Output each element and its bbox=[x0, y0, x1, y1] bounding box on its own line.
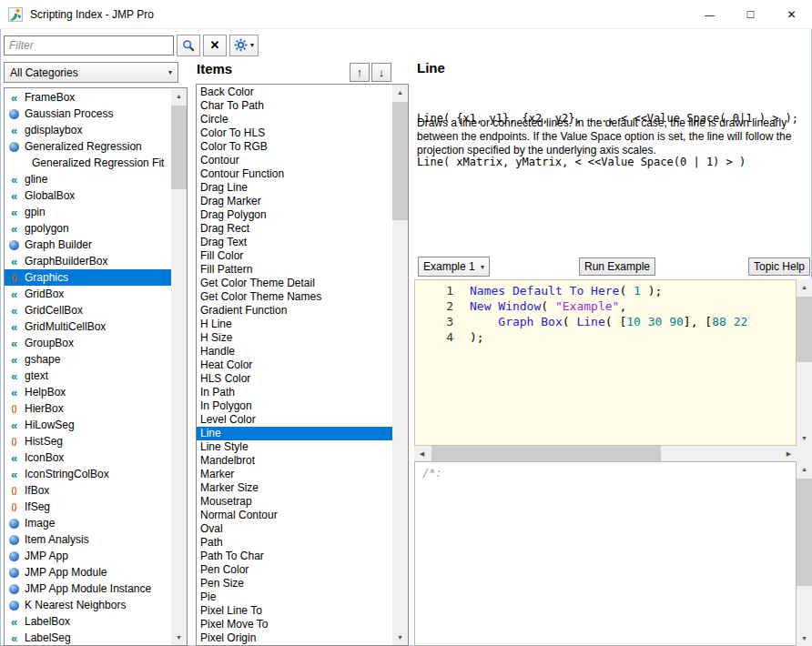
item-row[interactable]: Drag Text bbox=[197, 236, 392, 249]
category-item[interactable]: JMP App Module Instance bbox=[5, 580, 171, 597]
item-row[interactable]: Pixel Origin bbox=[197, 631, 392, 645]
item-row[interactable]: Normal Contour bbox=[197, 509, 392, 522]
categories-scrollbar[interactable]: ▲ ▼ bbox=[171, 88, 187, 645]
category-item[interactable]: «gdisplaybox bbox=[5, 122, 171, 138]
scroll-up-icon[interactable]: ▲ bbox=[797, 461, 812, 477]
category-item[interactable]: «FrameBox bbox=[5, 89, 171, 106]
category-item[interactable]: «GroupBox bbox=[5, 335, 171, 351]
run-example-button[interactable]: Run Example bbox=[579, 257, 655, 276]
item-row[interactable]: Line bbox=[197, 427, 392, 440]
scroll-up-icon[interactable]: ▲ bbox=[171, 88, 187, 104]
filter-input[interactable] bbox=[4, 35, 174, 56]
item-row[interactable]: Back Color bbox=[197, 86, 392, 99]
category-item[interactable]: ()HistSeg bbox=[5, 433, 171, 449]
item-row[interactable]: Marker Size bbox=[197, 481, 392, 495]
example-selector[interactable]: Example 1 ▾ bbox=[418, 257, 490, 277]
item-row[interactable]: Path bbox=[197, 536, 392, 550]
item-row[interactable]: Contour bbox=[197, 154, 392, 167]
category-item[interactable]: «GraphBuilderBox bbox=[5, 253, 171, 269]
category-item[interactable]: «gshape bbox=[5, 351, 171, 368]
item-row[interactable]: Oval bbox=[197, 522, 392, 536]
code-editor[interactable]: 1234 Names Default To Here( 1 );New Wind… bbox=[414, 279, 797, 446]
item-row[interactable]: Mousetrap bbox=[197, 495, 392, 509]
scrollbar-thumb[interactable] bbox=[797, 479, 812, 586]
scrollbar-thumb[interactable] bbox=[392, 102, 408, 220]
item-row[interactable]: HLS Color bbox=[197, 372, 392, 386]
category-item[interactable]: «IconStringColBox bbox=[5, 466, 171, 482]
item-row[interactable]: Color To RGB bbox=[197, 140, 392, 154]
item-row[interactable]: Handle bbox=[197, 345, 392, 358]
settings-button[interactable]: ▾ bbox=[229, 35, 259, 56]
item-row[interactable]: Mandelbrot bbox=[197, 454, 392, 468]
category-item[interactable]: «GridCellBox bbox=[5, 302, 171, 318]
item-row[interactable]: Circle bbox=[197, 113, 392, 126]
scroll-up-icon[interactable]: ▲ bbox=[797, 279, 812, 295]
scroll-down-icon[interactable]: ▼ bbox=[797, 430, 812, 446]
category-item[interactable]: Graph Builder bbox=[5, 237, 171, 253]
category-item[interactable]: K Nearest Neighbors bbox=[5, 597, 171, 613]
item-row[interactable]: H Size bbox=[197, 331, 392, 345]
scroll-down-icon[interactable]: ▼ bbox=[392, 630, 408, 645]
search-button[interactable] bbox=[177, 35, 200, 56]
category-item[interactable]: «GridBox bbox=[5, 286, 171, 302]
category-item[interactable]: Item Analysis bbox=[5, 531, 171, 548]
item-row[interactable]: Path To Char bbox=[197, 550, 392, 563]
category-item[interactable]: «gpin bbox=[5, 204, 171, 220]
category-item[interactable]: «IconBox bbox=[5, 449, 171, 466]
category-item[interactable]: ()HierBox bbox=[5, 400, 171, 417]
scroll-right-icon[interactable]: ▶ bbox=[781, 446, 797, 461]
category-item[interactable]: ()IfBox bbox=[5, 482, 171, 499]
item-row[interactable]: In Path bbox=[197, 386, 392, 399]
item-row[interactable]: Get Color Theme Detail bbox=[197, 277, 392, 290]
scrollbar-thumb[interactable] bbox=[431, 446, 661, 461]
item-row[interactable]: Char To Path bbox=[197, 99, 392, 113]
scroll-up-icon[interactable]: ▲ bbox=[392, 85, 408, 100]
item-row[interactable]: In Polygon bbox=[197, 399, 392, 413]
minimize-button[interactable]: — bbox=[689, 0, 730, 28]
item-row[interactable]: Pie bbox=[197, 590, 392, 604]
item-row[interactable]: Color To HLS bbox=[197, 126, 392, 140]
category-item[interactable]: Generalized Regression Fit bbox=[5, 155, 171, 171]
category-item[interactable]: «GlobalBox bbox=[5, 187, 171, 204]
item-row[interactable]: Drag Line bbox=[197, 181, 392, 195]
maximize-button[interactable]: □ bbox=[730, 0, 771, 28]
item-row[interactable]: Pixel Move To bbox=[197, 618, 392, 631]
category-item[interactable]: ()IfSeg bbox=[5, 499, 171, 515]
log-vertical-scrollbar[interactable]: ▲ ▼ bbox=[797, 461, 812, 646]
category-item[interactable]: «gtext bbox=[5, 368, 171, 384]
scroll-left-icon[interactable]: ◀ bbox=[414, 446, 430, 461]
scroll-down-icon[interactable]: ▼ bbox=[797, 631, 812, 646]
scrollbar-thumb[interactable] bbox=[171, 106, 187, 189]
item-previous-button[interactable]: ↑ bbox=[350, 63, 370, 82]
categories-dropdown[interactable]: All Categories ▾ bbox=[4, 62, 178, 83]
category-item[interactable]: «LabelSeg bbox=[5, 630, 171, 646]
item-row[interactable]: Fill Color bbox=[197, 249, 392, 263]
category-item[interactable]: Generalized Regression bbox=[5, 138, 171, 155]
item-row[interactable]: Line Style bbox=[197, 440, 392, 454]
item-row[interactable]: Drag Rect bbox=[197, 222, 392, 236]
category-item[interactable]: JMP App Module bbox=[5, 564, 171, 580]
category-item[interactable]: Image bbox=[5, 515, 171, 531]
log-output[interactable]: /*: bbox=[414, 461, 797, 646]
item-row[interactable]: Fill Pattern bbox=[197, 263, 392, 277]
category-item[interactable]: «HelpBox bbox=[5, 384, 171, 400]
category-item[interactable]: JMP App bbox=[5, 548, 171, 564]
item-next-button[interactable]: ↓ bbox=[371, 63, 391, 82]
category-item[interactable]: Gaussian Process bbox=[5, 106, 171, 122]
item-row[interactable]: Drag Marker bbox=[197, 195, 392, 208]
code-vertical-scrollbar[interactable]: ▲ ▼ bbox=[797, 279, 812, 446]
category-item[interactable]: «gpolygon bbox=[5, 220, 171, 237]
category-item[interactable]: «gline bbox=[5, 171, 171, 187]
code-horizontal-scrollbar[interactable]: ◀ ▶ bbox=[414, 446, 797, 461]
category-item[interactable]: «LabelBox bbox=[5, 613, 171, 630]
item-row[interactable]: Marker bbox=[197, 468, 392, 481]
item-row[interactable]: Pen Color bbox=[197, 563, 392, 577]
topic-help-button[interactable]: Topic Help bbox=[748, 257, 810, 276]
scroll-down-icon[interactable]: ▼ bbox=[171, 630, 187, 645]
item-row[interactable]: H Line bbox=[197, 318, 392, 331]
close-button[interactable]: ✕ bbox=[771, 0, 812, 28]
item-row[interactable]: Level Color bbox=[197, 413, 392, 427]
item-row[interactable]: Get Color Theme Names bbox=[197, 290, 392, 304]
scrollbar-thumb[interactable] bbox=[797, 297, 812, 362]
category-item[interactable]: «GridMultiCellBox bbox=[5, 318, 171, 335]
